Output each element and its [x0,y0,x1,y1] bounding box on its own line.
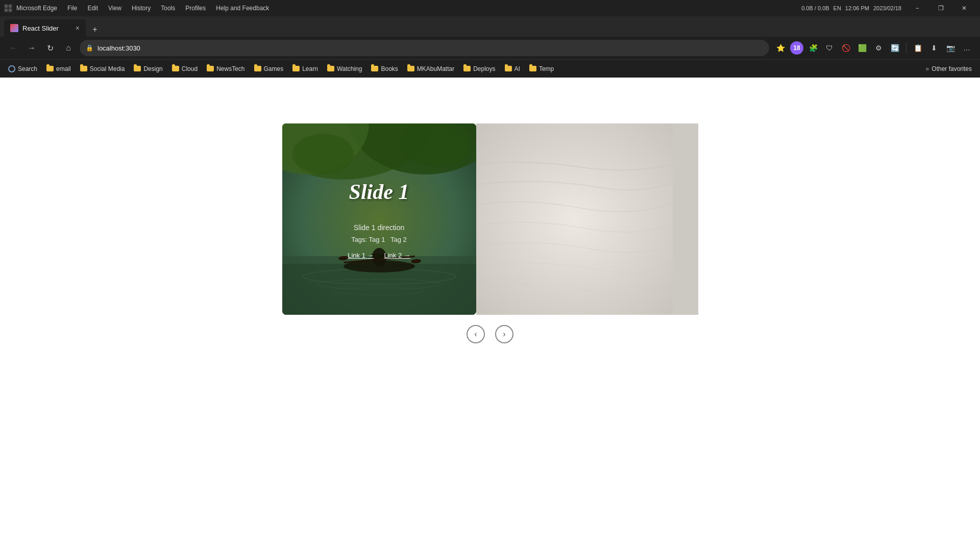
bookmark-mkabumattar[interactable]: MKAbuMattar [403,64,458,74]
menu-tools[interactable]: Tools [157,4,179,13]
folder-icon [134,66,141,71]
bookmark-label: Deploys [473,65,495,72]
app-name-label: Microsoft Edge [16,5,57,12]
more-btn[interactable]: … [960,41,974,55]
folder-icon [172,66,179,71]
slide-3-svg [673,123,698,315]
slider-wrapper: Slide 1 Slide 1 direction Tags: Tag 1 Ta… [0,123,980,343]
bookmark-label: Search [18,65,37,72]
slide-content: Slide 1 Slide 1 direction Tags: Tag 1 Ta… [282,123,476,315]
menu-help[interactable]: Help and Feedback [212,4,273,13]
slide-link-1[interactable]: Link 1 → [348,252,374,259]
menu-history[interactable]: History [128,4,155,13]
network-usage: 0.0B / 0.0B [801,5,829,11]
slide-links: Link 1 → Link 2 → [348,252,410,259]
bookmarks-bar: Search email Social Media Design Cloud N… [0,59,980,78]
bookmark-label: Other favorites [932,65,972,72]
menu-edit[interactable]: Edit [83,4,102,13]
menu-file[interactable]: File [63,4,81,13]
profile-avatar: 18 [790,41,803,55]
bookmark-games[interactable]: Games [250,64,288,74]
bookmark-label: Learn [302,65,318,72]
bookmark-ai[interactable]: AI [501,64,524,74]
folder-icon [292,66,300,71]
minimize-button[interactable]: − [905,0,929,16]
bookmark-label: Watching [337,65,362,72]
title-bar-menu: File Edit View History Tools Profiles He… [63,4,273,13]
green-ext-btn[interactable]: 🟩 [855,41,869,55]
bookmark-label: AI [514,65,520,72]
settings-btn[interactable]: ⚙ [871,41,886,55]
slide-link-2[interactable]: Link 2 → [384,252,410,259]
home-button[interactable]: ⌂ [61,41,76,55]
date: 2023/02/18 [873,5,901,11]
folder-icon [371,66,378,71]
forward-button[interactable]: → [24,41,39,55]
close-button[interactable]: ✕ [952,0,976,16]
tab-title: React Slider [22,24,59,32]
slide-direction: Slide 1 direction [354,223,405,232]
slider-viewport: Slide 1 Slide 1 direction Tags: Tag 1 Ta… [0,123,980,315]
sidebar-btn[interactable]: 📋 [911,41,925,55]
bookmark-temp[interactable]: Temp [525,64,558,74]
bookmark-search[interactable]: Search [4,64,41,74]
next-arrow-button[interactable]: › [495,325,513,343]
refresh-button[interactable]: ↻ [43,41,57,55]
address-bar[interactable]: 🔒 localhost:3030 [80,40,769,56]
svg-rect-1 [9,5,12,8]
title-bar-left: Microsoft Edge [4,4,57,12]
bookmark-deploys[interactable]: Deploys [459,64,499,74]
address-text: localhost:3030 [97,44,140,52]
download-btn[interactable]: ⬇ [927,41,941,55]
bookmark-social-media[interactable]: Social Media [76,64,129,74]
prev-arrow-button[interactable]: ‹ [467,325,485,343]
svg-rect-2 [5,9,8,12]
sync-btn[interactable]: 🔄 [888,41,902,55]
app-icon [4,4,12,12]
tab-close-button[interactable]: × [76,24,80,32]
bookmark-cloud[interactable]: Cloud [168,64,202,74]
block-btn[interactable]: 🚫 [839,41,853,55]
restore-button[interactable]: ❐ [929,0,952,16]
folder-icon [407,66,414,71]
svg-rect-3 [9,9,12,12]
extensions-btn[interactable]: 🧩 [806,41,820,55]
bookmark-learn[interactable]: Learn [288,64,322,74]
bookmark-email[interactable]: email [42,64,75,74]
folder-icon [505,66,512,71]
bookmark-books[interactable]: Books [367,64,402,74]
profile-icon-btn[interactable]: 18 [790,41,804,55]
slider-nav: ‹ › [467,325,513,343]
bookmark-newstech[interactable]: NewsTech [203,64,249,74]
svg-rect-0 [5,5,8,8]
bookmark-label: Cloud [182,65,198,72]
menu-view[interactable]: View [104,4,126,13]
title-bar-right: 0.0B / 0.0B EN 12:06 PM 2023/02/18 − ❐ ✕ [801,0,976,16]
new-tab-button[interactable]: + [88,22,102,37]
folder-icon [529,66,536,71]
nav-divider [906,43,906,53]
star-icon-btn[interactable]: ⭐ [773,41,788,55]
bookmark-label: Books [381,65,398,72]
menu-profiles[interactable]: Profiles [181,4,210,13]
folder-icon [207,66,214,71]
tab-react-slider[interactable]: React Slider × [4,19,86,37]
title-bar: Microsoft Edge File Edit View History To… [0,0,980,16]
chevron-right-icon: » [926,65,929,72]
window-controls: − ❐ ✕ [905,0,976,16]
globe-icon [8,65,15,72]
bookmark-label: Temp [539,65,554,72]
tag-2: Tag 2 [390,236,407,243]
back-button[interactable]: ← [6,41,20,55]
clock: 12:06 PM [845,5,869,11]
address-lock-icon: 🔒 [86,44,93,52]
bookmark-other-favorites[interactable]: » Other favorites [922,64,976,74]
bookmark-design[interactable]: Design [130,64,166,74]
main-content: Slide 1 Slide 1 direction Tags: Tag 1 Ta… [0,78,980,551]
shield-btn[interactable]: 🛡 [822,41,837,55]
folder-icon [80,66,87,71]
folder-icon [46,66,54,71]
screencapture-btn[interactable]: 📷 [943,41,958,55]
bookmark-watching[interactable]: Watching [323,64,366,74]
slide-title: Slide 1 [349,180,409,204]
